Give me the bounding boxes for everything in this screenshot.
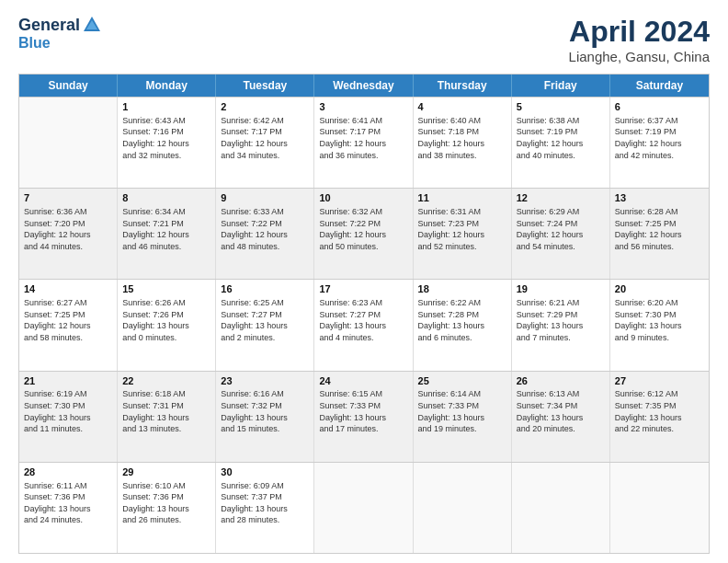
page: General Blue April 2024 Lianghe, Gansu, … (0, 0, 728, 563)
header-friday: Friday (512, 75, 610, 97)
logo-icon (82, 15, 102, 35)
day-info: Sunrise: 6:13 AM Sunset: 7:34 PM Dayligh… (517, 388, 605, 434)
day-number: 19 (517, 282, 605, 296)
day-number: 23 (221, 374, 309, 388)
calendar-row-1: 1Sunrise: 6:43 AM Sunset: 7:16 PM Daylig… (19, 97, 709, 188)
day-number: 12 (517, 191, 605, 205)
day-number: 8 (122, 191, 210, 205)
calendar-cell: 18Sunrise: 6:22 AM Sunset: 7:28 PM Dayli… (414, 280, 512, 370)
day-info: Sunrise: 6:11 AM Sunset: 7:36 PM Dayligh… (24, 480, 112, 526)
day-info: Sunrise: 6:31 AM Sunset: 7:23 PM Dayligh… (418, 206, 506, 252)
day-info: Sunrise: 6:37 AM Sunset: 7:19 PM Dayligh… (615, 115, 704, 161)
day-number: 1 (122, 100, 210, 114)
day-info: Sunrise: 6:41 AM Sunset: 7:17 PM Dayligh… (319, 115, 407, 161)
day-info: Sunrise: 6:36 AM Sunset: 7:20 PM Dayligh… (24, 206, 112, 252)
calendar-cell: 25Sunrise: 6:14 AM Sunset: 7:33 PM Dayli… (414, 372, 512, 462)
day-number: 9 (221, 191, 309, 205)
calendar-cell: 19Sunrise: 6:21 AM Sunset: 7:29 PM Dayli… (512, 280, 610, 370)
day-info: Sunrise: 6:27 AM Sunset: 7:25 PM Dayligh… (24, 297, 112, 343)
day-number: 18 (418, 282, 506, 296)
day-number: 16 (221, 282, 309, 296)
calendar-cell: 16Sunrise: 6:25 AM Sunset: 7:27 PM Dayli… (216, 280, 314, 370)
day-info: Sunrise: 6:40 AM Sunset: 7:18 PM Dayligh… (418, 115, 506, 161)
calendar-cell: 15Sunrise: 6:26 AM Sunset: 7:26 PM Dayli… (118, 280, 216, 370)
day-number: 6 (615, 100, 704, 114)
day-info: Sunrise: 6:25 AM Sunset: 7:27 PM Dayligh… (221, 297, 309, 343)
day-info: Sunrise: 6:15 AM Sunset: 7:33 PM Dayligh… (319, 388, 407, 434)
day-number: 28 (24, 465, 112, 479)
calendar-cell: 23Sunrise: 6:16 AM Sunset: 7:32 PM Dayli… (216, 372, 314, 462)
calendar-row-2: 7Sunrise: 6:36 AM Sunset: 7:20 PM Daylig… (19, 188, 709, 279)
calendar-cell (414, 463, 512, 553)
calendar-cell: 6Sunrise: 6:37 AM Sunset: 7:19 PM Daylig… (610, 98, 709, 188)
calendar-location: Lianghe, Gansu, China (569, 49, 710, 64)
header-thursday: Thursday (414, 75, 512, 97)
day-info: Sunrise: 6:16 AM Sunset: 7:32 PM Dayligh… (221, 388, 309, 434)
calendar-cell: 28Sunrise: 6:11 AM Sunset: 7:36 PM Dayli… (19, 463, 118, 553)
calendar-cell: 3Sunrise: 6:41 AM Sunset: 7:17 PM Daylig… (314, 98, 413, 188)
day-number: 5 (517, 100, 605, 114)
calendar-cell: 7Sunrise: 6:36 AM Sunset: 7:20 PM Daylig… (19, 189, 118, 279)
logo-blue: Blue (18, 35, 51, 51)
day-number: 24 (319, 374, 407, 388)
calendar-title: April 2024 (569, 15, 710, 49)
day-info: Sunrise: 6:28 AM Sunset: 7:25 PM Dayligh… (615, 206, 704, 252)
calendar-body: 1Sunrise: 6:43 AM Sunset: 7:16 PM Daylig… (19, 97, 709, 553)
calendar-cell: 12Sunrise: 6:29 AM Sunset: 7:24 PM Dayli… (512, 189, 610, 279)
day-info: Sunrise: 6:10 AM Sunset: 7:36 PM Dayligh… (122, 480, 210, 526)
day-info: Sunrise: 6:38 AM Sunset: 7:19 PM Dayligh… (517, 115, 605, 161)
day-number: 15 (122, 282, 210, 296)
calendar-cell: 9Sunrise: 6:33 AM Sunset: 7:22 PM Daylig… (216, 189, 314, 279)
day-number: 22 (122, 374, 210, 388)
day-info: Sunrise: 6:33 AM Sunset: 7:22 PM Dayligh… (221, 206, 309, 252)
calendar-cell: 17Sunrise: 6:23 AM Sunset: 7:27 PM Dayli… (314, 280, 413, 370)
day-number: 13 (615, 191, 704, 205)
calendar-cell: 30Sunrise: 6:09 AM Sunset: 7:37 PM Dayli… (216, 463, 314, 553)
calendar-header: Sunday Monday Tuesday Wednesday Thursday… (19, 75, 709, 97)
day-number: 20 (615, 282, 704, 296)
day-info: Sunrise: 6:23 AM Sunset: 7:27 PM Dayligh… (319, 297, 407, 343)
calendar-cell: 11Sunrise: 6:31 AM Sunset: 7:23 PM Dayli… (414, 189, 512, 279)
calendar-cell: 24Sunrise: 6:15 AM Sunset: 7:33 PM Dayli… (314, 372, 413, 462)
calendar-cell (610, 463, 709, 553)
day-number: 26 (517, 374, 605, 388)
day-number: 4 (418, 100, 506, 114)
day-info: Sunrise: 6:12 AM Sunset: 7:35 PM Dayligh… (615, 388, 704, 434)
header-monday: Monday (118, 75, 216, 97)
calendar-cell: 22Sunrise: 6:18 AM Sunset: 7:31 PM Dayli… (118, 372, 216, 462)
header-tuesday: Tuesday (216, 75, 314, 97)
title-block: April 2024 Lianghe, Gansu, China (569, 15, 710, 64)
calendar-cell: 29Sunrise: 6:10 AM Sunset: 7:36 PM Dayli… (118, 463, 216, 553)
day-info: Sunrise: 6:18 AM Sunset: 7:31 PM Dayligh… (122, 388, 210, 434)
day-number: 17 (319, 282, 407, 296)
calendar-row-3: 14Sunrise: 6:27 AM Sunset: 7:25 PM Dayli… (19, 279, 709, 370)
calendar-cell: 26Sunrise: 6:13 AM Sunset: 7:34 PM Dayli… (512, 372, 610, 462)
header-sunday: Sunday (19, 75, 118, 97)
calendar: Sunday Monday Tuesday Wednesday Thursday… (18, 74, 710, 554)
calendar-cell: 14Sunrise: 6:27 AM Sunset: 7:25 PM Dayli… (19, 280, 118, 370)
day-info: Sunrise: 6:21 AM Sunset: 7:29 PM Dayligh… (517, 297, 605, 343)
day-info: Sunrise: 6:09 AM Sunset: 7:37 PM Dayligh… (221, 480, 309, 526)
calendar-cell (19, 98, 118, 188)
day-number: 21 (24, 374, 112, 388)
calendar-cell: 2Sunrise: 6:42 AM Sunset: 7:17 PM Daylig… (216, 98, 314, 188)
day-number: 25 (418, 374, 506, 388)
day-info: Sunrise: 6:43 AM Sunset: 7:16 PM Dayligh… (122, 115, 210, 161)
calendar-cell: 27Sunrise: 6:12 AM Sunset: 7:35 PM Dayli… (610, 372, 709, 462)
day-number: 30 (221, 465, 309, 479)
calendar-cell (314, 463, 413, 553)
calendar-cell: 21Sunrise: 6:19 AM Sunset: 7:30 PM Dayli… (19, 372, 118, 462)
day-info: Sunrise: 6:19 AM Sunset: 7:30 PM Dayligh… (24, 388, 112, 434)
calendar-row-5: 28Sunrise: 6:11 AM Sunset: 7:36 PM Dayli… (19, 462, 709, 553)
day-info: Sunrise: 6:34 AM Sunset: 7:21 PM Dayligh… (122, 206, 210, 252)
day-number: 10 (319, 191, 407, 205)
calendar-row-4: 21Sunrise: 6:19 AM Sunset: 7:30 PM Dayli… (19, 371, 709, 462)
day-number: 27 (615, 374, 704, 388)
calendar-cell: 1Sunrise: 6:43 AM Sunset: 7:16 PM Daylig… (118, 98, 216, 188)
calendar-cell: 5Sunrise: 6:38 AM Sunset: 7:19 PM Daylig… (512, 98, 610, 188)
calendar-cell (512, 463, 610, 553)
day-info: Sunrise: 6:29 AM Sunset: 7:24 PM Dayligh… (517, 206, 605, 252)
day-number: 2 (221, 100, 309, 114)
day-info: Sunrise: 6:20 AM Sunset: 7:30 PM Dayligh… (615, 297, 704, 343)
day-number: 11 (418, 191, 506, 205)
